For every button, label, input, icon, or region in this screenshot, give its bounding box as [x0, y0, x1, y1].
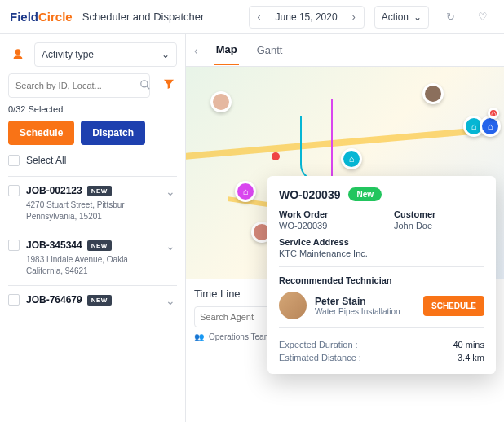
job-address: 4270 Stuart Street, Pittsbur Pennsylvani… — [26, 200, 157, 222]
svg-point-0 — [141, 81, 148, 87]
job-pin[interactable] — [235, 181, 256, 202]
selected-count: 0/32 Selected — [8, 104, 177, 114]
new-badge: NEW — [87, 186, 112, 196]
location-dot — [272, 152, 280, 160]
logo-circle: Circle — [38, 10, 73, 24]
alert-pin[interactable] — [488, 108, 499, 119]
new-badge: NEW — [87, 295, 112, 306]
job-pin[interactable] — [341, 148, 362, 169]
distance-value: 3.4 km — [458, 353, 484, 363]
job-id: JOB-345344 — [26, 240, 82, 251]
view-tabs: ‹ Map Gantt — [186, 34, 504, 67]
page-title: Scheduler and Dispatcher — [82, 11, 239, 23]
logo-field: Field — [10, 10, 38, 24]
sidebar: Activity type ⌄ 0/32 Selected Schedule D… — [0, 34, 186, 422]
job-item[interactable]: JOB-345344 NEW 1983 Lindale Avenue, Oakl… — [8, 231, 177, 285]
technician-pin[interactable] — [422, 83, 444, 104]
action-dropdown[interactable]: Action ⌄ — [374, 6, 429, 29]
status-badge: New — [348, 187, 382, 201]
dispatch-button[interactable]: Dispatch — [81, 121, 145, 145]
filter-icon[interactable] — [161, 77, 177, 94]
date-navigator: ‹ June 15, 2020 › — [249, 6, 365, 29]
activity-type-select[interactable]: Activity type ⌄ — [34, 42, 177, 67]
team-label: Operations Team — [209, 332, 271, 341]
new-badge: NEW — [87, 240, 112, 251]
job-address: 1983 Lindale Avenue, Oakla California, 9… — [26, 254, 157, 277]
recommended-label: Recommended Technician — [279, 275, 484, 285]
customer-value: John Doe — [394, 221, 484, 231]
job-search-input[interactable] — [8, 73, 150, 98]
chevron-down-icon: ⌄ — [161, 49, 170, 60]
job-pin[interactable] — [480, 116, 501, 137]
select-all-checkbox[interactable] — [8, 155, 20, 166]
next-date-button[interactable]: › — [344, 7, 364, 28]
popup-wo-id: WO-020039 — [279, 188, 340, 201]
logo: FieldCircle — [10, 10, 73, 24]
chevron-down-icon: ⌄ — [413, 11, 422, 23]
refresh-button[interactable]: ↻ — [439, 6, 462, 29]
customer-label: Customer — [394, 209, 484, 219]
job-checkbox[interactable] — [8, 185, 20, 196]
address-label: Service Address — [279, 237, 484, 247]
duration-value: 40 mins — [453, 340, 484, 349]
job-item[interactable]: JOB-764679 NEW ⌄ — [8, 285, 177, 315]
job-checkbox[interactable] — [8, 294, 20, 306]
wo-value: WO-020039 — [279, 221, 369, 231]
tab-map[interactable]: Map — [214, 35, 239, 65]
action-label: Action — [382, 11, 409, 23]
job-checkbox[interactable] — [8, 240, 20, 251]
svg-line-1 — [147, 86, 150, 90]
select-all-label: Select All — [26, 155, 66, 166]
job-id: JOB-002123 — [26, 185, 82, 196]
job-item[interactable]: JOB-002123 NEW 4270 Stuart Street, Pitts… — [8, 176, 177, 231]
distance-label: Estimated Distance : — [279, 353, 361, 363]
job-id: JOB-764679 — [26, 294, 82, 306]
person-pin-icon[interactable] — [8, 45, 28, 64]
header: FieldCircle Scheduler and Dispatcher ‹ J… — [0, 0, 504, 34]
technician-name: Peter Stain — [315, 296, 415, 307]
wo-label: Work Order — [279, 209, 369, 219]
search-icon[interactable] — [139, 79, 151, 94]
back-button[interactable]: ‹ — [194, 44, 198, 57]
job-list: JOB-002123 NEW 4270 Stuart Street, Pitts… — [8, 176, 177, 315]
hint-button[interactable]: ♡ — [471, 6, 494, 29]
team-icon: 👥 — [194, 332, 204, 341]
chevron-down-icon[interactable]: ⌄ — [164, 294, 177, 307]
schedule-technician-button[interactable]: SCHEDULE — [423, 296, 484, 316]
schedule-button[interactable]: Schedule — [8, 121, 74, 145]
prev-date-button[interactable]: ‹ — [250, 7, 269, 28]
address-value: KTC Maintenance Inc. — [279, 248, 484, 258]
tab-gantt[interactable]: Gantt — [255, 36, 285, 64]
technician-pin[interactable] — [210, 91, 232, 112]
duration-label: Expected Duration : — [279, 340, 358, 349]
work-order-popup: WO-020039 New Work Order WO-020039 Custo… — [267, 176, 496, 374]
chevron-down-icon[interactable]: ⌄ — [164, 185, 177, 222]
current-date: June 15, 2020 — [269, 11, 344, 23]
chevron-down-icon[interactable]: ⌄ — [164, 240, 177, 277]
technician-role: Water Pipes Installation — [315, 307, 415, 316]
technician-avatar — [279, 292, 307, 319]
activity-label: Activity type — [42, 49, 94, 60]
